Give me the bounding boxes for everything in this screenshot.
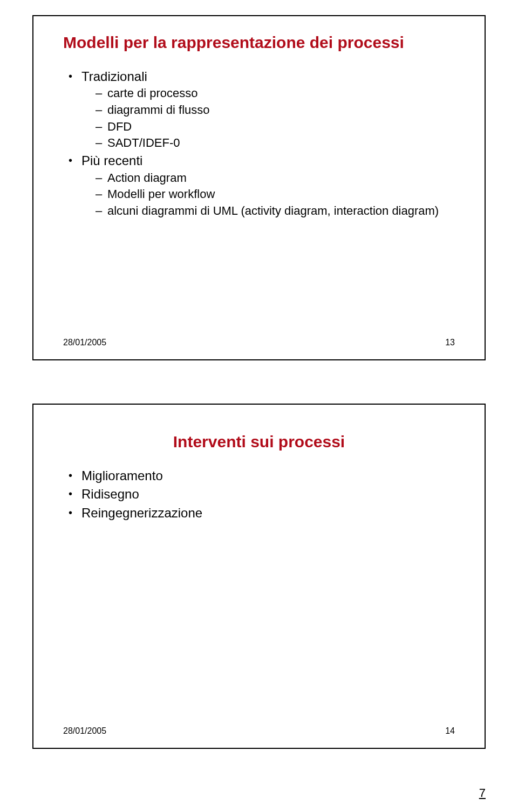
footer-pageno: 13 — [445, 338, 455, 347]
sub-list: Action diagram Modelli per workflow alcu… — [69, 170, 455, 219]
bullet-text: Più recenti — [81, 153, 142, 168]
slide-footer: 28/01/2005 14 — [63, 726, 455, 736]
sub-item: alcuni diagrammi di UML (activity diagra… — [96, 203, 455, 219]
sub-list: carte di processo diagrammi di flusso DF… — [69, 85, 455, 151]
page-sheet: Modelli per la rappresentazione dei proc… — [0, 0, 518, 812]
slide-title: Modelli per la rappresentazione dei proc… — [63, 33, 455, 52]
bullet-list: Tradizionali carte di processo diagrammi… — [63, 68, 455, 219]
sub-item: Modelli per workflow — [96, 186, 455, 202]
slide-footer: 28/01/2005 13 — [63, 338, 455, 347]
bullet-item: Tradizionali carte di processo diagrammi… — [69, 68, 455, 151]
footer-date: 28/01/2005 — [63, 726, 106, 736]
bullet-item: Più recenti Action diagram Modelli per w… — [69, 152, 455, 219]
slide-1: Modelli per la rappresentazione dei proc… — [32, 15, 486, 360]
slide-title: Interventi sui processi — [63, 433, 455, 451]
bullet-list: Miglioramento Ridisegno Reingegnerizzazi… — [63, 467, 455, 522]
footer-date: 28/01/2005 — [63, 338, 106, 347]
sub-item: Action diagram — [96, 170, 455, 186]
bullet-item: Miglioramento — [69, 467, 455, 485]
footer-pageno: 14 — [445, 726, 455, 736]
sheet-page-number: 7 — [479, 786, 486, 800]
sub-item: DFD — [96, 119, 455, 135]
sub-item: diagrammi di flusso — [96, 102, 455, 118]
sub-item: carte di processo — [96, 85, 455, 101]
slide-2: Interventi sui processi Miglioramento Ri… — [32, 404, 486, 749]
bullet-item: Ridisegno — [69, 486, 455, 503]
bullet-text: Tradizionali — [81, 69, 147, 84]
bullet-item: Reingegnerizzazione — [69, 504, 455, 522]
sub-item: SADT/IDEF-0 — [96, 135, 455, 151]
